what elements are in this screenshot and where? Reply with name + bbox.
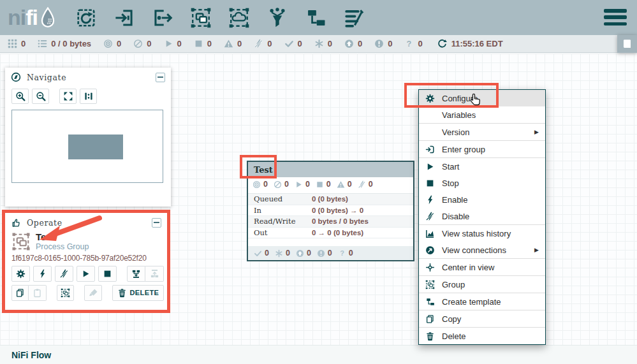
menu-item-disable[interactable]: Disable (419, 208, 545, 224)
output-port-tool-icon[interactable] (152, 7, 173, 29)
status-locally-modified: 0 (314, 39, 332, 48)
refresh-icon[interactable] (437, 39, 447, 48)
paste-icon (33, 288, 42, 298)
compass-icon (11, 72, 21, 82)
fill-color-button[interactable] (84, 285, 101, 301)
template-tool-icon[interactable] (305, 7, 326, 29)
settings-panel-toggle-button[interactable] (617, 35, 637, 53)
gear-icon (16, 269, 26, 279)
submenu-arrow-icon: ▶ (534, 247, 539, 253)
last-refreshed-time: 11:55:16 EDT (451, 39, 503, 48)
process-group-tool-icon[interactable] (190, 7, 212, 29)
zoom-in-button[interactable] (11, 89, 29, 104)
flow-canvas[interactable]: Navigate Operate (0, 54, 637, 364)
breadcrumb[interactable]: NiFi Flow (0, 345, 637, 364)
check-icon (254, 249, 262, 258)
copy-icon (15, 288, 25, 298)
brush-icon (89, 288, 98, 298)
status-invalid: 0 (224, 39, 242, 48)
zoom-out-button[interactable] (32, 89, 49, 104)
status-disabled: 0 (254, 39, 272, 48)
stat-row-queued: Queued0 (0 bytes) (248, 194, 413, 205)
enable-button[interactable] (33, 266, 52, 282)
configure-button[interactable] (11, 266, 30, 282)
menu-item-copy[interactable]: Copy (419, 310, 545, 327)
menu-item-start[interactable]: Start (419, 157, 545, 175)
operate-collapse-button[interactable] (152, 218, 161, 228)
menu-item-delete[interactable]: Delete (419, 327, 545, 344)
menu-item-group[interactable]: Group (419, 275, 545, 293)
label-tool-icon[interactable] (343, 7, 365, 29)
transmitting-icon (103, 39, 113, 48)
bolt-slash-icon (425, 212, 435, 221)
copy-button[interactable] (11, 285, 29, 301)
status-bar: 0 0 / 0 bytes 0 0 0 0 0 0 0 0 0 0 0 11:5… (0, 35, 637, 53)
status-stale: 0 (344, 39, 362, 48)
zoom-actual-size-button[interactable] (80, 89, 97, 104)
funnel-tool-icon[interactable] (267, 7, 288, 29)
bolt-slash-icon (254, 39, 263, 48)
selected-component-name: Test (36, 231, 89, 242)
operate-title: Operate (27, 218, 62, 228)
menu-item-stop[interactable]: Stop (419, 175, 545, 191)
process-group-component[interactable]: Test 0 0 0 0 0 0 Queued0 (0 bytes) In0 (… (247, 161, 414, 261)
breadcrumb-root[interactable]: NiFi Flow (11, 350, 51, 360)
upload-template-button[interactable] (145, 266, 164, 282)
group-icon (425, 280, 435, 289)
asterisk-icon (314, 39, 324, 48)
status-sync-failure: 0 (404, 39, 422, 48)
copy-icon (425, 314, 435, 324)
stat-row-out: Out0 → 0 (0 bytes) (248, 228, 413, 239)
gear-icon (425, 94, 435, 103)
status-up-to-date: 0 (284, 39, 302, 48)
menu-item-create-template[interactable]: Create template (419, 293, 545, 310)
enter-group-icon (425, 145, 435, 154)
start-button[interactable] (77, 266, 95, 282)
stop-icon (103, 269, 112, 279)
input-port-tool-icon[interactable] (113, 7, 135, 29)
menu-item-version[interactable]: Version▶ (419, 123, 545, 140)
process-group-version-row: 0 0 0 0 0 (248, 246, 413, 260)
not-transmitting-icon (274, 180, 282, 189)
navigate-collapse-button[interactable] (156, 73, 165, 82)
operate-highlight-box: Operate Test Process Group 1f6197c8-0165… (2, 210, 170, 313)
global-menu-icon[interactable] (604, 9, 627, 25)
process-group-status-row: 0 0 0 0 0 0 (248, 177, 413, 191)
save-template-button[interactable] (127, 266, 145, 282)
menu-item-variables[interactable]: Variables (419, 106, 545, 123)
fit-icon (63, 91, 73, 101)
trash-icon (117, 288, 127, 298)
stat-row-read-write: Read/Write0 bytes / 0 bytes (248, 216, 413, 228)
question-icon (338, 249, 346, 258)
menu-item-view-status-history[interactable]: View status history (419, 224, 545, 242)
menu-item-view-connections[interactable]: View connections▶ (419, 242, 545, 258)
disable-button[interactable] (55, 266, 73, 282)
play-icon (425, 162, 435, 171)
paste-button[interactable] (29, 285, 46, 301)
template-icon (425, 297, 435, 307)
menu-item-enable[interactable]: Enable (419, 191, 545, 208)
warning-icon (224, 39, 233, 48)
remote-process-group-tool-icon[interactable] (228, 7, 250, 29)
navigate-title: Navigate (27, 73, 66, 82)
menu-item-enter-group[interactable]: Enter group (419, 140, 545, 157)
navigate-buttons (11, 89, 171, 104)
one-to-one-icon (84, 91, 94, 101)
menu-item-configure[interactable]: Configure (419, 90, 545, 106)
birdseye-minimap[interactable] (11, 110, 163, 183)
processor-tool-icon[interactable] (75, 7, 97, 29)
delete-button[interactable]: DELETE (112, 285, 164, 301)
nifi-logo: nifi (8, 5, 56, 30)
warning-icon (337, 180, 345, 189)
play-icon (295, 180, 303, 189)
zoom-fit-button[interactable] (59, 89, 77, 104)
process-group-header[interactable]: Test (248, 162, 413, 177)
group-icon (61, 288, 70, 298)
group-button[interactable] (57, 285, 74, 301)
connections-icon (425, 245, 435, 255)
status-running: 0 (164, 39, 182, 48)
stop-button[interactable] (98, 266, 117, 282)
menu-item-center-in-view[interactable]: Center in view (419, 258, 545, 275)
bolt-slash-icon (358, 180, 366, 189)
check-icon (284, 39, 294, 48)
